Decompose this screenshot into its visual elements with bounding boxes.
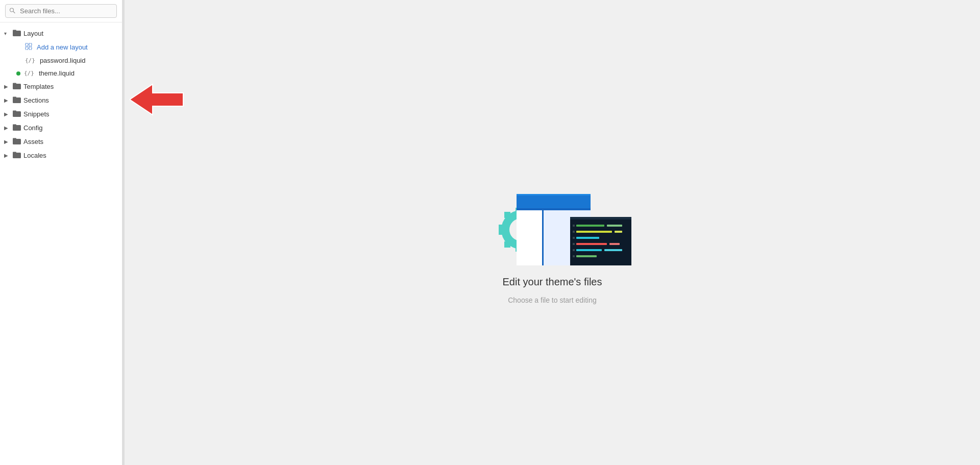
svg-rect-35 bbox=[517, 210, 542, 265]
add-layout-icon bbox=[25, 43, 32, 52]
svg-rect-41 bbox=[570, 217, 631, 219]
svg-rect-16 bbox=[13, 139, 21, 144]
svg-rect-51 bbox=[576, 255, 597, 257]
svg-rect-18 bbox=[13, 153, 21, 158]
svg-rect-57 bbox=[573, 255, 575, 257]
svg-marker-20 bbox=[130, 84, 183, 115]
svg-rect-44 bbox=[576, 231, 612, 233]
tree-folder-assets[interactable]: ▶ Assets bbox=[0, 135, 122, 149]
svg-rect-47 bbox=[576, 243, 607, 245]
svg-rect-11 bbox=[13, 97, 16, 99]
svg-line-1 bbox=[13, 11, 15, 13]
sidebar: ▾ Layout Add a new layout bbox=[0, 0, 122, 465]
tree-folder-layout[interactable]: ▾ Layout bbox=[0, 27, 122, 40]
svg-rect-53 bbox=[573, 231, 575, 233]
svg-rect-17 bbox=[13, 138, 16, 140]
empty-state-title: Edit your theme's files bbox=[502, 276, 602, 288]
svg-rect-56 bbox=[573, 249, 575, 251]
svg-rect-4 bbox=[26, 43, 28, 46]
folder-label-snippets: Snippets bbox=[23, 110, 50, 118]
svg-rect-15 bbox=[13, 125, 16, 126]
folder-arrow-sections: ▶ bbox=[4, 97, 10, 103]
liquid-file-icon-password: {/} bbox=[25, 57, 35, 64]
svg-rect-50 bbox=[604, 249, 622, 251]
file-password-liquid[interactable]: {/} password.liquid bbox=[0, 54, 122, 67]
svg-rect-12 bbox=[13, 111, 21, 117]
folder-label-sections: Sections bbox=[23, 96, 49, 104]
folder-arrow-templates: ▶ bbox=[4, 84, 10, 89]
tree-folder-locales[interactable]: ▶ Locales bbox=[0, 149, 122, 162]
search-wrapper bbox=[5, 4, 117, 18]
svg-rect-46 bbox=[576, 237, 599, 239]
svg-rect-10 bbox=[13, 97, 21, 103]
svg-rect-6 bbox=[26, 47, 28, 50]
folder-label-config: Config bbox=[23, 124, 43, 132]
file-tree: ▾ Layout Add a new layout bbox=[0, 22, 122, 465]
folder-arrow-locales: ▶ bbox=[4, 153, 10, 158]
folder-label-locales: Locales bbox=[23, 152, 46, 159]
folder-icon-sections bbox=[13, 96, 21, 105]
folder-icon-assets bbox=[13, 137, 21, 146]
folder-icon-locales bbox=[13, 151, 21, 160]
folder-icon-snippets bbox=[13, 110, 21, 118]
svg-rect-52 bbox=[573, 225, 575, 227]
folder-icon-layout bbox=[13, 29, 21, 38]
tree-folder-snippets[interactable]: ▶ Snippets bbox=[0, 107, 122, 121]
code-editor bbox=[570, 217, 631, 265]
folder-icon-config bbox=[13, 124, 21, 132]
add-layout-label: Add a new layout bbox=[37, 43, 88, 51]
file-label-theme: theme.liquid bbox=[39, 69, 75, 77]
svg-rect-13 bbox=[13, 111, 16, 112]
svg-rect-2 bbox=[13, 31, 21, 36]
svg-rect-39 bbox=[517, 194, 591, 195]
svg-rect-34 bbox=[517, 208, 591, 210]
file-label-password: password.liquid bbox=[40, 57, 86, 64]
active-indicator bbox=[16, 71, 20, 76]
folder-arrow-snippets: ▶ bbox=[4, 111, 10, 117]
search-input[interactable] bbox=[5, 4, 117, 18]
svg-rect-9 bbox=[13, 83, 16, 85]
folder-arrow-layout: ▾ bbox=[4, 31, 10, 36]
svg-rect-45 bbox=[615, 231, 622, 233]
svg-rect-49 bbox=[576, 249, 602, 251]
folder-label-layout: Layout bbox=[23, 30, 43, 37]
tree-folder-templates[interactable]: ▶ Templates bbox=[0, 80, 122, 93]
svg-rect-27 bbox=[504, 212, 510, 218]
svg-rect-54 bbox=[573, 237, 575, 239]
add-layout-link[interactable]: Add a new layout bbox=[0, 40, 122, 54]
folder-icon-templates bbox=[13, 82, 21, 91]
liquid-file-icon-theme: {/} bbox=[24, 70, 34, 77]
svg-rect-33 bbox=[517, 194, 591, 208]
theme-illustration bbox=[465, 161, 639, 268]
folder-label-assets: Assets bbox=[23, 138, 43, 145]
search-bar bbox=[0, 0, 122, 22]
empty-state: Edit your theme's files Choose a file to… bbox=[465, 161, 639, 304]
svg-rect-29 bbox=[504, 241, 510, 248]
svg-rect-19 bbox=[13, 152, 16, 154]
svg-rect-55 bbox=[573, 243, 575, 245]
search-icon bbox=[9, 7, 15, 15]
empty-state-subtitle: Choose a file to start editing bbox=[508, 296, 597, 304]
svg-rect-48 bbox=[609, 243, 620, 245]
svg-rect-25 bbox=[499, 225, 505, 235]
svg-rect-42 bbox=[576, 225, 604, 227]
folder-arrow-config: ▶ bbox=[4, 125, 10, 131]
tree-folder-config[interactable]: ▶ Config bbox=[0, 121, 122, 135]
file-theme-liquid[interactable]: {/} theme.liquid bbox=[0, 67, 122, 80]
svg-rect-40 bbox=[570, 217, 631, 265]
svg-rect-14 bbox=[13, 125, 21, 131]
svg-point-0 bbox=[10, 8, 14, 12]
main-content: Edit your theme's files Choose a file to… bbox=[125, 0, 980, 465]
svg-rect-8 bbox=[13, 84, 21, 89]
svg-rect-37 bbox=[542, 210, 544, 265]
svg-rect-3 bbox=[13, 30, 16, 32]
arrow-annotation bbox=[130, 82, 186, 119]
svg-rect-5 bbox=[29, 43, 32, 46]
svg-rect-7 bbox=[29, 47, 32, 50]
folder-label-templates: Templates bbox=[23, 83, 54, 90]
svg-rect-43 bbox=[607, 225, 622, 227]
folder-arrow-assets: ▶ bbox=[4, 139, 10, 144]
tree-folder-sections[interactable]: ▶ Sections bbox=[0, 93, 122, 107]
